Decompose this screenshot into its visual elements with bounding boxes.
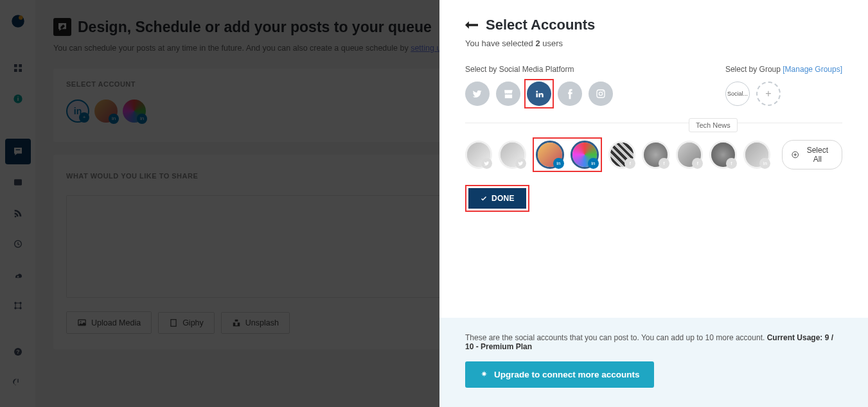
platform-filter-instagram[interactable] <box>589 82 613 106</box>
account-tooltip: Tech News <box>689 118 738 132</box>
svg-point-24 <box>603 91 604 92</box>
account-item[interactable]: in <box>536 141 564 169</box>
svg-rect-8 <box>15 150 20 150</box>
select-accounts-drawer: Select Accounts You have selected 2 user… <box>439 0 868 407</box>
linkedin-badge-icon: in <box>759 158 770 169</box>
left-nav-rail: i ? <box>0 0 35 407</box>
upload-media-label: Upload Media <box>91 318 141 327</box>
account-item[interactable]: in <box>571 141 599 169</box>
group-chip[interactable]: Social... <box>725 82 750 106</box>
platform-filter-label: Select by Social Media Platform <box>465 65 613 74</box>
facebook-badge-icon: f <box>624 158 635 169</box>
done-highlight: DONE <box>465 185 529 212</box>
nav-logout[interactable] <box>5 370 31 395</box>
svg-rect-21 <box>171 320 176 327</box>
page-title: Design, Schedule or add your posts to yo… <box>78 19 432 36</box>
upload-media-button[interactable]: Upload Media <box>66 311 152 334</box>
upgrade-button[interactable]: Upgrade to connect more accounts <box>465 361 654 388</box>
drawer-title: Select Accounts <box>486 17 595 33</box>
svg-rect-9 <box>14 179 22 185</box>
footer-note: These are the social accounts that you c… <box>465 333 842 351</box>
giphy-label: Giphy <box>182 318 204 327</box>
svg-rect-2 <box>14 64 17 67</box>
nav-history[interactable] <box>5 231 31 257</box>
account-item[interactable]: in <box>743 141 770 169</box>
facebook-badge-icon: f <box>726 158 737 169</box>
selected-account-avatar[interactable]: in + <box>66 100 89 123</box>
platform-filter-gmb[interactable] <box>496 82 520 106</box>
facebook-badge-icon: f <box>659 158 669 169</box>
selected-account-avatar[interactable]: in <box>123 100 146 123</box>
selected-count: 2 <box>535 39 540 48</box>
drawer-footer: These are the social accounts that you c… <box>439 318 868 407</box>
subtitle-pre: You can schedule your posts at any time … <box>53 44 411 53</box>
account-item[interactable]: f <box>608 141 635 169</box>
upgrade-label: Upgrade to connect more accounts <box>494 370 640 379</box>
twitter-badge-icon <box>515 158 526 169</box>
account-item[interactable] <box>465 141 492 169</box>
manage-groups-link[interactable]: [Manage Groups] <box>783 65 842 74</box>
back-arrow-icon[interactable] <box>465 18 478 33</box>
svg-rect-4 <box>14 69 17 72</box>
done-button[interactable]: DONE <box>468 188 526 209</box>
twitter-badge-icon <box>481 158 492 169</box>
giphy-button[interactable]: Giphy <box>158 312 215 334</box>
svg-point-13 <box>19 307 21 309</box>
linkedin-badge-icon: in <box>588 158 599 169</box>
linkedin-badge-icon: in <box>553 158 564 169</box>
account-item[interactable] <box>499 141 526 169</box>
platform-filter-facebook[interactable] <box>558 82 582 106</box>
account-item[interactable]: f <box>676 141 703 169</box>
svg-point-10 <box>14 302 16 304</box>
nav-media[interactable] <box>5 169 31 195</box>
nav-settings[interactable] <box>5 293 31 318</box>
svg-point-23 <box>599 92 602 95</box>
selected-accounts-highlight: in in <box>533 137 602 172</box>
unsplash-button[interactable]: Unsplash <box>221 312 290 334</box>
selected-account-avatar[interactable]: in <box>94 100 118 123</box>
nav-bulk[interactable] <box>5 262 31 288</box>
svg-text:i: i <box>17 96 19 102</box>
platform-highlight <box>524 79 554 108</box>
platform-filter-twitter[interactable] <box>465 82 490 106</box>
compose-icon <box>53 18 71 36</box>
svg-text:?: ? <box>16 349 19 355</box>
selection-summary: You have selected 2 users <box>465 39 842 48</box>
svg-point-12 <box>14 307 16 309</box>
summary-pre: You have selected <box>465 39 535 48</box>
svg-point-20 <box>80 322 82 323</box>
summary-post: users <box>542 39 563 48</box>
svg-rect-3 <box>19 64 22 67</box>
accounts-list: Tech News <box>465 140 842 169</box>
divider <box>465 123 842 123</box>
unsplash-label: Unsplash <box>245 318 279 327</box>
platform-filter-linkedin[interactable] <box>527 82 551 106</box>
select-all-label: Select All <box>802 146 833 164</box>
add-group-button[interactable]: + <box>756 82 781 106</box>
done-label: DONE <box>492 194 515 203</box>
select-all-button[interactable]: Select All <box>782 140 842 169</box>
nav-help[interactable]: ? <box>5 339 31 365</box>
nav-rss[interactable] <box>5 200 31 226</box>
linkedin-badge-icon: in <box>137 114 147 124</box>
svg-point-11 <box>19 302 21 304</box>
account-item[interactable]: f <box>642 141 669 169</box>
group-filter-label: Select by Group <box>725 65 783 74</box>
account-item[interactable]: f <box>709 141 736 169</box>
facebook-badge-icon: f <box>692 158 703 169</box>
nav-write-post[interactable] <box>5 139 31 164</box>
linkedin-badge-icon: + <box>79 112 89 123</box>
svg-point-1 <box>19 15 23 19</box>
app-logo <box>10 13 26 30</box>
svg-rect-5 <box>19 69 22 72</box>
linkedin-badge-icon: in <box>109 114 119 124</box>
footer-note-pre: These are the social accounts that you c… <box>465 333 767 342</box>
nav-info[interactable]: i <box>5 86 31 112</box>
compose-label: WHAT WOULD YOU LIKE TO SHARE <box>66 172 198 180</box>
nav-dashboard[interactable] <box>5 55 31 81</box>
